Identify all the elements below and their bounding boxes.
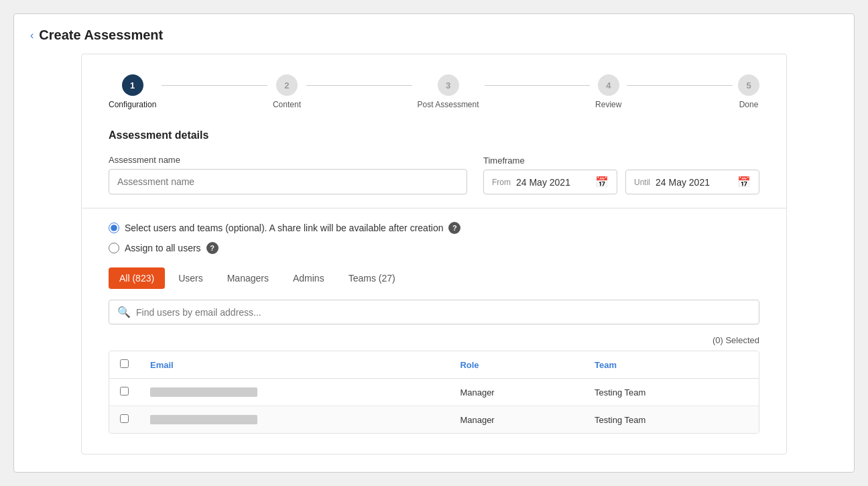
step-line-3 <box>485 85 591 86</box>
row-email <box>139 406 449 434</box>
page-header: ‹ Create Assessment <box>14 27 854 54</box>
from-value: 24 May 2021 <box>516 177 590 188</box>
step-label-2: Content <box>273 100 301 109</box>
until-date-wrapper[interactable]: Until 24 May 2021 📅 <box>625 170 759 194</box>
table-container: Email Role Team Manager Testi <box>109 351 759 434</box>
tab-teams[interactable]: Teams (27) <box>338 267 406 289</box>
from-label: From <box>492 178 511 187</box>
back-button[interactable]: ‹ <box>30 29 34 42</box>
from-date-wrapper[interactable]: From 24 May 2021 📅 <box>483 170 617 194</box>
calendar-icon-until: 📅 <box>737 176 751 188</box>
row-email <box>139 379 449 406</box>
blurred-email <box>150 415 257 424</box>
select-all-checkbox[interactable] <box>120 359 129 368</box>
step-label-1: Configuration <box>109 100 156 109</box>
row-team: Testing Team <box>584 379 759 406</box>
row-checkbox-cell <box>109 379 139 406</box>
row-role: Manager <box>449 406 584 434</box>
help-icon-select-users[interactable]: ? <box>448 222 460 234</box>
radio-assign-all[interactable] <box>109 243 119 253</box>
step-circle-3: 3 <box>438 74 459 96</box>
step-label-3: Post Assessment <box>418 100 479 109</box>
selected-count: (0) Selected <box>109 335 759 345</box>
blurred-email <box>150 387 257 397</box>
assessment-name-input[interactable] <box>109 169 467 194</box>
column-team: Team <box>584 351 759 379</box>
step-line-2 <box>306 85 412 86</box>
section-title: Assessment details <box>109 129 759 141</box>
step-line-4 <box>627 85 733 86</box>
column-role: Role <box>449 351 584 379</box>
filter-tabs: All (823) Users Managers Admins Teams (2… <box>109 267 759 289</box>
step-review: 4 Review <box>595 74 621 109</box>
table-row: Manager Testing Team <box>109 379 759 406</box>
search-icon: 🔍 <box>117 306 131 318</box>
name-label: Assessment name <box>109 155 467 165</box>
section-divider <box>82 208 786 208</box>
header-checkbox-cell <box>109 351 139 379</box>
table-header-row: Email Role Team <box>109 351 759 379</box>
radio-group: Select users and teams (optional). A sha… <box>109 222 759 254</box>
tab-admins[interactable]: Admins <box>282 267 335 289</box>
step-circle-5: 5 <box>738 74 759 96</box>
row-role: Manager <box>449 379 584 406</box>
step-circle-2: 2 <box>276 74 298 96</box>
until-label: Until <box>634 178 650 187</box>
radio-option-assign-all: Assign to all users ? <box>109 242 759 254</box>
radio-select-users[interactable] <box>109 223 119 233</box>
step-label-5: Done <box>739 100 759 109</box>
radio-option-select-users: Select users and teams (optional). A sha… <box>109 222 759 234</box>
row-team: Testing Team <box>584 406 759 434</box>
step-post-assessment: 3 Post Assessment <box>418 74 479 109</box>
table-row: Manager Testing Team <box>109 406 759 434</box>
page-title: Create Assessment <box>39 27 163 43</box>
step-label-4: Review <box>595 100 621 109</box>
search-wrapper: 🔍 <box>109 300 759 324</box>
tab-managers[interactable]: Managers <box>216 267 280 289</box>
step-circle-1: 1 <box>122 74 143 96</box>
stepper: 1 Configuration 2 Content 3 Post Assessm… <box>109 74 759 109</box>
timeframe-label: Timeframe <box>483 156 759 166</box>
users-table: Email Role Team Manager Testi <box>109 351 759 433</box>
step-content: 2 Content <box>273 74 301 109</box>
tab-all[interactable]: All (823) <box>109 267 165 289</box>
timeframe-group: Timeframe From 24 May 2021 📅 Until 24 Ma… <box>483 156 759 194</box>
radio-assign-all-label: Assign to all users <box>125 243 201 253</box>
help-icon-assign-all[interactable]: ? <box>206 242 219 254</box>
step-line-1 <box>162 85 267 86</box>
step-configuration: 1 Configuration <box>109 74 156 109</box>
search-input[interactable] <box>136 307 751 318</box>
step-done: 5 Done <box>738 74 759 109</box>
row-checkbox[interactable] <box>120 387 129 396</box>
calendar-icon-from: 📅 <box>595 176 609 188</box>
until-value: 24 May 2021 <box>656 177 732 188</box>
main-content: 1 Configuration 2 Content 3 Post Assessm… <box>81 54 787 454</box>
timeframe-inputs: From 24 May 2021 📅 Until 24 May 2021 📅 <box>483 170 759 194</box>
form-row: Assessment name Timeframe From 24 May 20… <box>109 155 759 194</box>
step-circle-4: 4 <box>598 74 619 96</box>
name-group: Assessment name <box>109 155 467 194</box>
page-container: ‹ Create Assessment 1 Configuration 2 Co… <box>13 13 855 473</box>
column-email: Email <box>139 351 449 379</box>
tab-users[interactable]: Users <box>168 267 214 289</box>
row-checkbox-cell <box>109 406 139 434</box>
radio-select-users-label: Select users and teams (optional). A sha… <box>125 223 443 233</box>
row-checkbox[interactable] <box>120 414 129 423</box>
